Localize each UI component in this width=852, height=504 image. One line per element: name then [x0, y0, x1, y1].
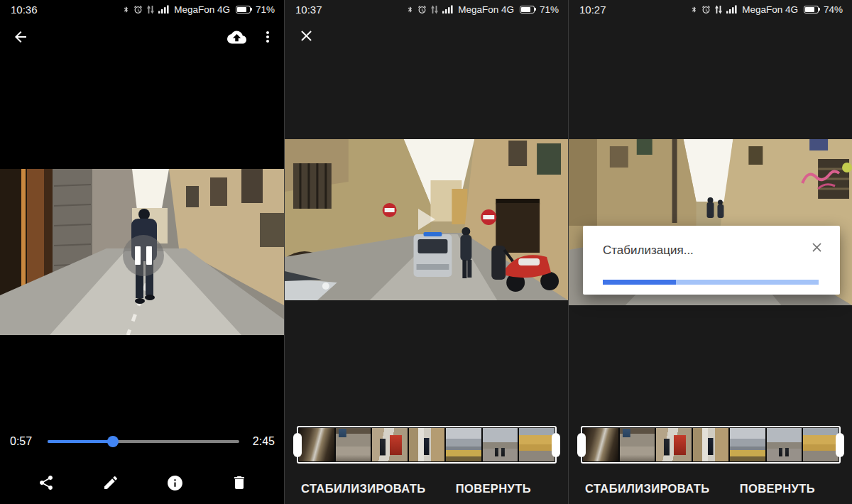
seek-slider-thumb[interactable] — [107, 436, 119, 447]
seek-slider-fill — [48, 440, 113, 443]
editor-actions: СТАБИЛИЗИРОВАТЬ ПОВЕРНУТЬ — [569, 473, 852, 504]
signal-strength-icon — [158, 5, 169, 13]
info-button[interactable] — [166, 474, 184, 492]
status-time: 10:27 — [579, 4, 606, 16]
status-time: 10:37 — [295, 4, 322, 16]
battery-icon — [236, 6, 251, 13]
filmstrip-thumbnail[interactable] — [299, 428, 334, 461]
battery-percent: 74% — [824, 4, 843, 15]
overflow-menu-icon — [259, 28, 276, 45]
stabilize-button[interactable]: СТАБИЛИЗИРОВАТЬ — [585, 482, 710, 495]
carrier-label: MegaFon 4G — [174, 4, 230, 15]
filmstrip-thumbnail[interactable] — [446, 428, 481, 461]
carrier-label: MegaFon 4G — [742, 4, 798, 15]
share-button[interactable] — [38, 474, 55, 491]
filmstrip-thumbnail[interactable] — [730, 428, 765, 461]
video-frame[interactable] — [285, 139, 568, 300]
battery-percent: 71% — [256, 4, 275, 15]
dialog-title: Стабилизация... — [603, 243, 694, 258]
trim-handle-right[interactable] — [552, 433, 560, 457]
network-activity-icon — [146, 5, 155, 14]
edit-pencil-icon — [102, 474, 119, 491]
filmstrip-thumbnail[interactable] — [372, 428, 408, 461]
signal-strength-icon — [726, 5, 737, 13]
filmstrip-thumbnail[interactable] — [767, 428, 802, 461]
filmstrip-thumbnail[interactable] — [620, 428, 655, 461]
back-button[interactable] — [12, 28, 29, 45]
cloud-backup-button[interactable] — [227, 28, 246, 47]
bluetooth-icon — [690, 5, 698, 14]
screen: 10:36 MegaFon 4G 71% — [0, 0, 852, 504]
dialog-close-button[interactable] — [809, 240, 824, 255]
play-button[interactable] — [418, 209, 435, 230]
network-activity-icon — [714, 5, 723, 14]
pause-bar-icon — [135, 246, 141, 265]
trash-icon — [231, 474, 248, 491]
bluetooth-icon — [406, 5, 414, 14]
rotate-button[interactable]: ПОВЕРНУТЬ — [740, 482, 815, 495]
signal-strength-icon — [442, 5, 453, 13]
cloud-upload-icon — [227, 28, 246, 47]
close-icon — [809, 240, 824, 255]
overflow-menu-button[interactable] — [259, 28, 276, 45]
battery-icon — [804, 6, 819, 13]
bottom-toolbar — [0, 467, 284, 501]
stabilize-button[interactable]: СТАБИЛИЗИРОВАТЬ — [301, 482, 426, 495]
top-app-bar — [0, 18, 284, 55]
alarm-icon — [417, 5, 427, 14]
trim-handle-left[interactable] — [577, 433, 586, 457]
filmstrip-thumbnail[interactable] — [656, 428, 692, 461]
status-icons: MegaFon 4G 71% — [122, 4, 275, 15]
stabilization-progress-bar — [603, 280, 819, 285]
trim-handle-right[interactable] — [836, 433, 844, 457]
panel-video-editor-stabilizing: 10:27 MegaFon 4G 74% — [568, 0, 852, 504]
status-bar: 10:37 MegaFon 4G 71% — [285, 0, 568, 18]
filmstrip-thumbnail[interactable] — [803, 428, 839, 461]
filmstrip-thumbnail[interactable] — [336, 428, 371, 461]
trim-handle-left[interactable] — [293, 433, 302, 457]
alarm-icon — [701, 5, 711, 14]
pause-bar-icon — [146, 246, 152, 265]
battery-icon — [520, 6, 535, 13]
battery-percent: 71% — [540, 4, 559, 15]
elapsed-time: 0:57 — [10, 435, 32, 448]
filmstrip-thumbnail[interactable] — [519, 428, 555, 461]
info-icon — [166, 474, 184, 492]
trim-filmstrip — [297, 426, 557, 464]
filmstrip-thumbnail[interactable] — [583, 428, 618, 461]
network-activity-icon — [430, 5, 439, 14]
stabilization-progress-fill — [603, 280, 676, 285]
playback-timeline: 0:57 2:45 — [0, 430, 284, 454]
close-icon — [297, 27, 315, 45]
video-frame[interactable] — [0, 169, 284, 335]
status-bar: 10:36 MegaFon 4G 71% — [0, 0, 284, 18]
back-arrow-icon — [12, 28, 29, 45]
trim-filmstrip — [581, 426, 841, 464]
status-icons: MegaFon 4G 71% — [406, 4, 559, 15]
alarm-icon — [133, 5, 143, 14]
panel-video-editor: 10:37 MegaFon 4G 71% — [284, 0, 568, 504]
panel-video-player: 10:36 MegaFon 4G 71% — [0, 0, 284, 504]
bluetooth-icon — [122, 5, 130, 14]
rotate-button[interactable]: ПОВЕРНУТЬ — [456, 482, 531, 495]
carrier-label: MegaFon 4G — [458, 4, 514, 15]
stabilization-dialog: Стабилизация... — [583, 226, 840, 295]
pause-button[interactable] — [123, 235, 164, 276]
filmstrip-thumbnail[interactable] — [693, 428, 728, 461]
status-time: 10:36 — [11, 4, 38, 16]
total-duration: 2:45 — [253, 435, 275, 448]
editor-actions: СТАБИЛИЗИРОВАТЬ ПОВЕРНУТЬ — [285, 473, 568, 504]
edit-button[interactable] — [102, 474, 119, 491]
share-icon — [38, 474, 55, 491]
status-icons: MegaFon 4G 74% — [690, 4, 843, 15]
filmstrip-thumbnail[interactable] — [409, 428, 444, 461]
seek-slider[interactable] — [48, 440, 239, 443]
close-editor-button[interactable] — [297, 27, 315, 45]
status-bar: 10:27 MegaFon 4G 74% — [569, 0, 852, 18]
filmstrip-thumbnail[interactable] — [483, 428, 518, 461]
delete-button[interactable] — [231, 474, 248, 491]
